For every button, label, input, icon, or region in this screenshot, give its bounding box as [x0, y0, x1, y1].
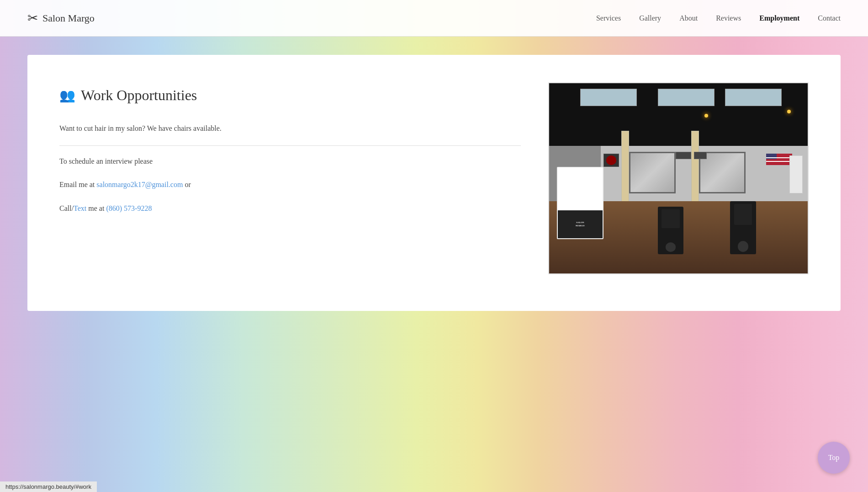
call-prefix: Call/	[59, 204, 74, 212]
right-column: SALONMARGO	[548, 82, 809, 274]
scissors-icon: ✂	[27, 11, 38, 26]
product-shelf	[789, 155, 802, 193]
email-text: Email me at salonmargo2k17@gmail.com or	[59, 178, 521, 191]
email-prefix: Email me at	[59, 181, 96, 188]
intro-text: Want to cut hair in my salon? We have ch…	[59, 122, 521, 134]
people-icon: 👥	[59, 88, 75, 103]
call-middle: me at	[86, 204, 106, 212]
content-card: 👥 Work Opportunities Want to cut hair in…	[27, 55, 841, 311]
ceiling-light-2	[658, 89, 715, 106]
email-suffix: or	[183, 181, 191, 188]
frame-art	[606, 155, 617, 165]
status-url: https://salonmargo.beauty/#work	[5, 483, 91, 490]
nav-employment[interactable]: Employment	[759, 14, 799, 22]
top-button[interactable]: Top	[818, 442, 850, 474]
nav-contact[interactable]: Contact	[818, 14, 841, 22]
header: ✂ Salon Margo Services Gallery About Rev…	[0, 0, 868, 37]
mirror-1	[629, 152, 676, 194]
email-link[interactable]: salonmargo2k17@gmail.com	[96, 181, 183, 188]
nav-gallery[interactable]: Gallery	[639, 14, 661, 22]
text-link[interactable]: Text	[74, 204, 86, 212]
section-title-text: Work Opportunities	[81, 87, 197, 104]
section-title-area: 👥 Work Opportunities	[59, 87, 521, 104]
phone-link[interactable]: (860) 573-9228	[106, 204, 152, 212]
bulb-2	[787, 110, 791, 113]
flag-red	[766, 154, 792, 165]
wall-label-2	[694, 152, 707, 160]
nav-services[interactable]: Services	[596, 14, 621, 22]
ceiling-light-3	[725, 89, 782, 106]
nav-reviews[interactable]: Reviews	[716, 14, 741, 22]
divider	[59, 145, 521, 146]
barber-chair-1	[658, 207, 684, 254]
top-button-label: Top	[828, 454, 840, 462]
barber-chair-2	[730, 201, 756, 254]
call-text: Call/Text me at (860) 573-9228	[59, 202, 521, 214]
main-nav: Services Gallery About Reviews Employmen…	[596, 14, 841, 22]
logo-text: Salon Margo	[42, 12, 95, 24]
ceiling-light-1	[580, 89, 637, 106]
wall-label-1	[676, 152, 691, 160]
front-desk: SALONMARGO	[557, 167, 603, 239]
logo-area[interactable]: ✂ Salon Margo	[27, 11, 596, 26]
main-wrapper: 👥 Work Opportunities Want to cut hair in…	[0, 37, 868, 338]
nav-about[interactable]: About	[679, 14, 698, 22]
schedule-text: To schedule an interview please	[59, 155, 521, 167]
salon-sign-text: SALONMARGO	[576, 221, 585, 227]
status-bar: https://salonmargo.beauty/#work	[0, 481, 97, 492]
salon-image: SALONMARGO	[549, 83, 808, 273]
bulb-1	[704, 114, 708, 118]
salon-image-container: SALONMARGO	[548, 82, 809, 274]
left-column: 👥 Work Opportunities Want to cut hair in…	[59, 82, 521, 225]
